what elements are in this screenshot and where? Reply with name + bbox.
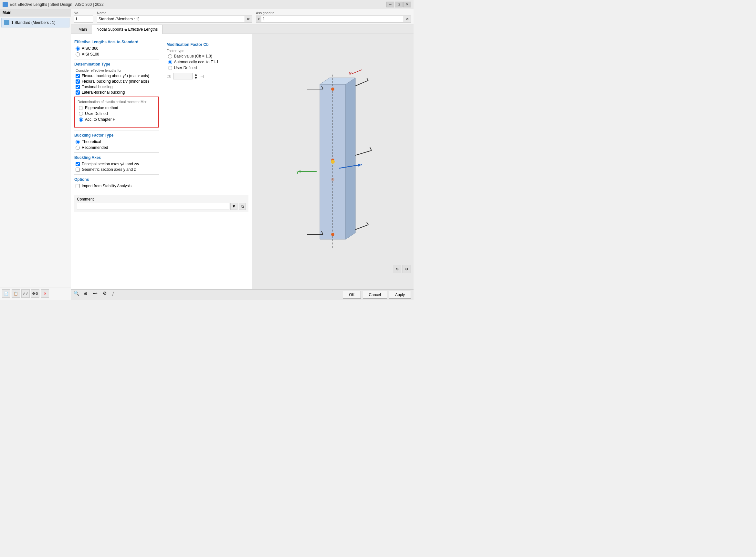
ok-button[interactable]: OK	[343, 291, 361, 299]
buckling-axes-header: Buckling Axes	[74, 155, 159, 160]
recommended-radio[interactable]	[76, 146, 80, 150]
user-defined-mod-label: User-Defined	[174, 65, 197, 70]
check2-item[interactable]: Flexural buckling about z/v (minor axis)	[76, 79, 159, 84]
aisc360-radio-item[interactable]: AISC 360	[76, 46, 159, 51]
check4-checkbox[interactable]	[76, 90, 80, 95]
list-header: Main	[0, 9, 71, 17]
viz-icon-2[interactable]: ⚙	[402, 265, 411, 273]
check2-checkbox[interactable]	[76, 80, 80, 84]
user-defined-radio-item[interactable]: User-Defined	[79, 111, 156, 116]
user-defined-label: User-Defined	[85, 111, 108, 116]
theoretical-radio-item[interactable]: Theoretical	[76, 140, 159, 144]
minimize-button[interactable]: ─	[386, 2, 394, 7]
list-item[interactable]: 1 Standard (Members : 1)	[1, 18, 69, 27]
buckling-factor-header: Buckling Factor Type	[74, 133, 159, 138]
comment-area: Comment ▼ ⧉	[74, 195, 248, 212]
import-stability-item[interactable]: Import from Stability Analysis	[76, 184, 159, 188]
svg-point-17	[331, 178, 334, 181]
name-label: Name	[97, 11, 252, 15]
window-title: Edit Effective Lengths | Steel Design | …	[10, 2, 104, 7]
aisi-radio-item[interactable]: AISI S100	[76, 52, 159, 57]
aisc360-radio[interactable]	[76, 47, 80, 51]
auto-acc-radio[interactable]	[168, 60, 172, 64]
cb-label: Cb	[167, 74, 171, 78]
check-button[interactable]: ✓✓	[21, 289, 30, 298]
chapter-f-radio-item[interactable]: Acc. to Chapter F	[79, 117, 156, 122]
svg-text:z: z	[360, 163, 362, 167]
determination-type-header: Determination Type	[74, 62, 159, 66]
left-panel: Main 1 Standard (Members : 1) 📄 📋 ✓✓ ⚙⚙ …	[0, 9, 71, 300]
comment-dropdown-button[interactable]: ▼	[230, 203, 237, 210]
eigenvalue-radio[interactable]	[79, 106, 83, 110]
zoom-icon[interactable]: 🔍	[74, 291, 82, 299]
import-stability-checkbox[interactable]	[76, 184, 80, 188]
new-button[interactable]: 📄	[2, 289, 10, 298]
recommended-label: Recommended	[82, 145, 108, 150]
grid-icon[interactable]: ⊞	[83, 291, 92, 299]
check3-label: Torsional buckling	[82, 85, 112, 89]
comment-input[interactable]	[77, 203, 229, 210]
name-edit-button[interactable]: ✏	[245, 16, 252, 23]
geometric-axes-checkbox[interactable]	[76, 168, 80, 172]
mod-factor-radio-group: Basic value (Cb = 1.0) Automatically acc…	[168, 54, 246, 70]
chapter-f-radio[interactable]	[79, 118, 83, 122]
tab-main[interactable]: Main	[74, 25, 92, 34]
no-input[interactable]	[74, 16, 93, 23]
check1-checkbox[interactable]	[76, 74, 80, 78]
check3-item[interactable]: Torsional buckling	[76, 85, 159, 89]
check4-item[interactable]: Lateral-torsional buckling	[76, 90, 159, 95]
check1-item[interactable]: Flexural buckling about y/u (major axis)	[76, 74, 159, 78]
theoretical-radio[interactable]	[76, 140, 80, 144]
viz-icon-1[interactable]: ⊕	[393, 265, 401, 273]
elastic-critical-title: Determination of elastic critical moment…	[78, 100, 156, 104]
right-area: No. Name ✏ Assigned to ↗ ✕ Mai	[71, 9, 414, 300]
app-icon	[3, 2, 8, 7]
check3-checkbox[interactable]	[76, 85, 80, 89]
axis-icon[interactable]: ⊷	[93, 291, 102, 299]
options-header: Options	[74, 177, 159, 182]
eigenvalue-radio-item[interactable]: Eigenvalue method	[79, 106, 156, 110]
maximize-button[interactable]: □	[395, 2, 402, 7]
chapter-f-label: Acc. to Chapter F	[85, 117, 115, 122]
visualization-panel: y z V ⊕ ⚙	[252, 34, 414, 289]
delete-button[interactable]: ✕	[41, 289, 49, 298]
assigned-input[interactable]	[261, 16, 404, 23]
apply-button[interactable]: Apply	[389, 291, 411, 299]
principal-axes-item[interactable]: Principal section axes y/u and z/v	[76, 162, 159, 166]
tab-nodal-supports[interactable]: Nodal Supports & Effective Lengths	[92, 25, 163, 34]
tools-button[interactable]: ⚙⚙	[31, 289, 39, 298]
aisi-label: AISI S100	[82, 52, 99, 57]
geometric-axes-label: Geometric section axes y and z	[82, 167, 136, 172]
auto-acc-radio-item[interactable]: Automatically acc. to F1-1	[168, 60, 246, 64]
principal-axes-checkbox[interactable]	[76, 162, 80, 166]
basic-value-radio[interactable]	[168, 54, 172, 58]
basic-value-radio-item[interactable]: Basic value (Cb = 1.0)	[168, 54, 246, 58]
comment-copy-button[interactable]: ⧉	[239, 203, 246, 210]
user-defined-mod-radio-item[interactable]: User-Defined	[168, 65, 246, 70]
cb-unit-label: [--]	[199, 74, 203, 78]
consider-label: Consider effective lengths for	[76, 68, 159, 72]
left-content-panel: Effective Lengths Acc. to Standard AISC …	[71, 34, 252, 289]
script-icon[interactable]: 𝑓	[112, 291, 121, 299]
copy-button[interactable]: 📋	[11, 289, 20, 298]
assigned-clear-button[interactable]: ✕	[404, 16, 411, 23]
settings-icon[interactable]: ⚙	[103, 291, 111, 299]
buckling-factor-radio-group: Theoretical Recommended	[76, 140, 159, 150]
recommended-radio-item[interactable]: Recommended	[76, 145, 159, 150]
user-defined-radio[interactable]	[79, 112, 83, 116]
cb-stepper[interactable]: ▲▼	[195, 72, 198, 80]
effective-lengths-radio-group: AISC 360 AISI S100	[76, 46, 159, 57]
svg-marker-2	[346, 78, 355, 239]
aisi-radio[interactable]	[76, 52, 80, 57]
cb-input[interactable]	[173, 73, 193, 80]
user-defined-mod-radio[interactable]	[168, 66, 172, 70]
factor-type-label: Factor type	[167, 49, 246, 53]
close-button[interactable]: ✕	[403, 2, 411, 7]
auto-acc-label: Automatically acc. to F1-1	[174, 60, 219, 64]
header-row: No. Name ✏ Assigned to ↗ ✕	[71, 9, 414, 25]
name-input[interactable]	[97, 16, 245, 23]
cancel-button[interactable]: Cancel	[363, 291, 387, 299]
check2-label: Flexural buckling about z/v (minor axis)	[82, 79, 149, 84]
geometric-axes-item[interactable]: Geometric section axes y and z	[76, 167, 159, 172]
import-stability-label: Import from Stability Analysis	[82, 184, 132, 188]
